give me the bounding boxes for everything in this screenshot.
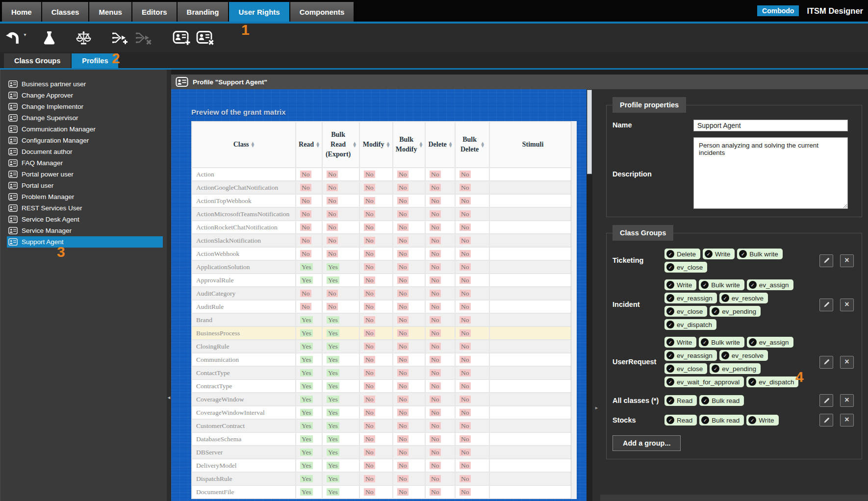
- dropdown-caret-icon[interactable]: ▾: [24, 32, 26, 37]
- sidebar-item-change-implementor[interactable]: Change Implementor: [7, 101, 163, 112]
- table-row-actionmicrosoftteamsnotification[interactable]: ActionMicrosoftTeamsNotificationNoNoNoNo…: [192, 208, 576, 220]
- remove-group-button[interactable]: ×: [840, 254, 854, 267]
- sort-icon[interactable]: ▲▼: [353, 142, 356, 148]
- permission-chip-ev-close[interactable]: ✓ev_close: [664, 363, 707, 374]
- sidebar-item-change-approver[interactable]: Change Approver: [7, 90, 163, 101]
- check-consistency-button[interactable]: [73, 26, 94, 49]
- sidebar-item-portal-user[interactable]: Portal user: [7, 180, 163, 191]
- permission-chip-ev-wait-for-approval[interactable]: ✓ev_wait_for_approval: [664, 376, 744, 387]
- permission-chip-read[interactable]: ✓Read: [664, 415, 697, 426]
- column-header-modify[interactable]: Modify▲▼: [360, 122, 392, 167]
- permission-chip-ev-pending[interactable]: ✓ev_pending: [710, 306, 761, 317]
- combodo-badge[interactable]: Combodo: [757, 5, 799, 16]
- column-header-bulk-read-export[interactable]: Bulk Read (Export)▲▼: [323, 122, 359, 167]
- sidebar-item-business-partner-user[interactable]: Business partner user: [7, 78, 163, 90]
- vertical-scrollbar[interactable]: [587, 89, 592, 501]
- collapse-right-icon[interactable]: ►: [594, 405, 599, 410]
- table-row-databaseschema[interactable]: DatabaseSchemaYesYesNoNoNoNo: [192, 433, 576, 445]
- column-header-delete[interactable]: Delete▲▼: [426, 122, 455, 167]
- edit-group-button[interactable]: [819, 299, 833, 311]
- sort-icon[interactable]: ▲▼: [481, 142, 484, 148]
- table-row-actionwebhook[interactable]: ActionWebhookNoNoNoNoNoNo: [192, 248, 576, 260]
- permission-chip-ev-dispatch[interactable]: ✓ev_dispatch: [664, 319, 716, 330]
- permission-chip-ev-assign[interactable]: ✓ev_assign: [747, 337, 793, 348]
- table-row-customercontract[interactable]: CustomerContractYesYesNoNoNoNo: [192, 420, 576, 432]
- table-row-applicationsolution[interactable]: ApplicationSolutionYesYesNoNoNoNo: [192, 261, 576, 273]
- permission-chip-ev-resolve[interactable]: ✓ev_resolve: [719, 293, 768, 303]
- table-row-dispatchrule[interactable]: DispatchRuleYesYesNoNoNoNo: [192, 473, 576, 485]
- tab-class-groups[interactable]: Class Groups: [4, 53, 71, 68]
- table-row-auditrule[interactable]: AuditRuleNoNoNoNoNoNo: [192, 301, 576, 313]
- permission-chip-write[interactable]: ✓Write: [746, 415, 778, 426]
- sidebar-item-rest-services-user[interactable]: REST Services User: [7, 202, 163, 214]
- permission-chip-ev-reassign[interactable]: ✓ev_reassign: [664, 293, 717, 303]
- undo-button[interactable]: ▾: [5, 26, 26, 49]
- table-row-actionslacknotification[interactable]: ActionSlackNotificationNoNoNoNoNoNo: [192, 234, 576, 247]
- sort-icon[interactable]: ▲▼: [252, 142, 255, 148]
- remove-group-button[interactable]: ×: [840, 356, 854, 369]
- permission-chip-bulk-read[interactable]: ✓Bulk read: [699, 415, 744, 426]
- add-profile-button[interactable]: [171, 26, 192, 49]
- sidebar-item-faq-manager[interactable]: FAQ Manager: [7, 157, 163, 169]
- column-header-class[interactable]: Class▲▼: [192, 122, 295, 167]
- permission-chip-ev-dispatch[interactable]: ✓ev_dispatch: [746, 376, 798, 387]
- sidebar-item-service-desk-agent[interactable]: Service Desk Agent: [7, 214, 163, 225]
- remove-group-button[interactable]: ×: [840, 299, 854, 311]
- permission-chip-write[interactable]: ✓Write: [664, 279, 696, 290]
- permission-chip-delete[interactable]: ✓Delete: [664, 249, 700, 259]
- sort-icon[interactable]: ▲▼: [316, 142, 319, 148]
- table-row-action[interactable]: ActionNoNoNoNoNoNo: [192, 168, 576, 180]
- nav-tab-user-rights[interactable]: User Rights: [229, 2, 289, 22]
- table-row-businessprocess[interactable]: BusinessProcessYesYesNoNoNoNo: [192, 327, 576, 339]
- sidebar-splitter[interactable]: ◄: [167, 70, 171, 501]
- sidebar-item-support-agent[interactable]: Support Agent: [7, 236, 163, 248]
- table-row-actionitopwebhook[interactable]: ActioniTopWebhookNoNoNoNoNoNo: [192, 195, 576, 207]
- sidebar-item-problem-manager[interactable]: Problem Manager: [7, 191, 163, 202]
- table-row-communication[interactable]: CommunicationYesYesNoNoNoNo: [192, 353, 576, 366]
- edit-group-button[interactable]: [819, 414, 833, 426]
- sidebar-item-portal-power-user[interactable]: Portal power user: [7, 169, 163, 180]
- name-input[interactable]: [693, 120, 848, 131]
- permission-chip-ev-resolve[interactable]: ✓ev_resolve: [719, 350, 768, 361]
- table-row-actionrocketchatnotification[interactable]: ActionRocketChatNotificationNoNoNoNoNoNo: [192, 221, 576, 233]
- table-row-contacttype[interactable]: ContactTypeYesYesNoNoNoNo: [192, 367, 576, 379]
- description-textarea[interactable]: Person analyzing and solving the current…: [693, 137, 848, 209]
- edit-group-button[interactable]: [819, 394, 833, 407]
- permission-chip-write[interactable]: ✓Write: [703, 249, 735, 259]
- sort-icon[interactable]: ▲▼: [419, 142, 422, 148]
- nav-tab-home[interactable]: Home: [2, 2, 41, 22]
- table-row-closingrule[interactable]: ClosingRuleYesYesNoNoNoNo: [192, 340, 576, 352]
- permission-chip-ev-close[interactable]: ✓ev_close: [664, 306, 707, 317]
- column-header-bulk-modify[interactable]: Bulk Modify▲▼: [393, 122, 425, 167]
- permission-chip-read[interactable]: ✓Read: [664, 395, 697, 406]
- column-header-read[interactable]: Read▲▼: [296, 122, 322, 167]
- nav-tab-menus[interactable]: Menus: [89, 2, 131, 22]
- table-row-contracttype[interactable]: ContractTypeYesYesNoNoNoNo: [192, 380, 576, 392]
- table-row-approvalrule[interactable]: ApprovalRuleYesYesNoNoNoNo: [192, 274, 576, 286]
- permission-chip-bulk-write[interactable]: ✓Bulk write: [699, 279, 744, 290]
- permission-chip-write[interactable]: ✓Write: [664, 337, 696, 348]
- sidebar-item-change-supervisor[interactable]: Change Supervisor: [7, 112, 163, 124]
- table-row-coveragewindow[interactable]: CoverageWindowYesYesNoNoNoNo: [192, 393, 576, 405]
- permission-chip-ev-pending[interactable]: ✓ev_pending: [710, 363, 761, 374]
- delete-profile-button[interactable]: [194, 26, 216, 49]
- permission-chip-ev-close[interactable]: ✓ev_close: [664, 262, 707, 273]
- permission-chip-ev-reassign[interactable]: ✓ev_reassign: [664, 350, 717, 361]
- permission-chip-bulk-write[interactable]: ✓Bulk write: [737, 249, 783, 259]
- table-row-brand[interactable]: BrandYesYesNoNoNoNo: [192, 314, 576, 326]
- table-row-coveragewindowinterval[interactable]: CoverageWindowIntervalYesYesNoNoNoNo: [192, 406, 576, 419]
- table-row-dbserver[interactable]: DBServerYesYesNoNoNoNo: [192, 446, 576, 458]
- column-header-bulk-delete[interactable]: Bulk Delete▲▼: [456, 122, 489, 167]
- remove-group-button[interactable]: ×: [840, 414, 854, 426]
- edit-group-button[interactable]: [819, 356, 833, 369]
- permission-chip-ev-assign[interactable]: ✓ev_assign: [747, 279, 793, 290]
- scrollbar-thumb[interactable]: [587, 90, 592, 174]
- table-row-documentfile[interactable]: DocumentFileYesYesNoNoNoNo: [192, 486, 576, 498]
- table-row-deliverymodel[interactable]: DeliveryModelYesYesNoNoNoNo: [192, 459, 576, 472]
- nav-tab-components[interactable]: Components: [290, 2, 354, 22]
- permission-chip-bulk-write[interactable]: ✓Bulk write: [699, 337, 744, 348]
- table-row-auditcategory[interactable]: AuditCategoryNoNoNoNoNoNo: [192, 287, 576, 300]
- sort-icon[interactable]: ▲▼: [449, 142, 452, 148]
- sidebar-item-communication-manager[interactable]: Communication Manager: [7, 124, 163, 135]
- permission-chip-bulk-read[interactable]: ✓Bulk read: [699, 395, 744, 406]
